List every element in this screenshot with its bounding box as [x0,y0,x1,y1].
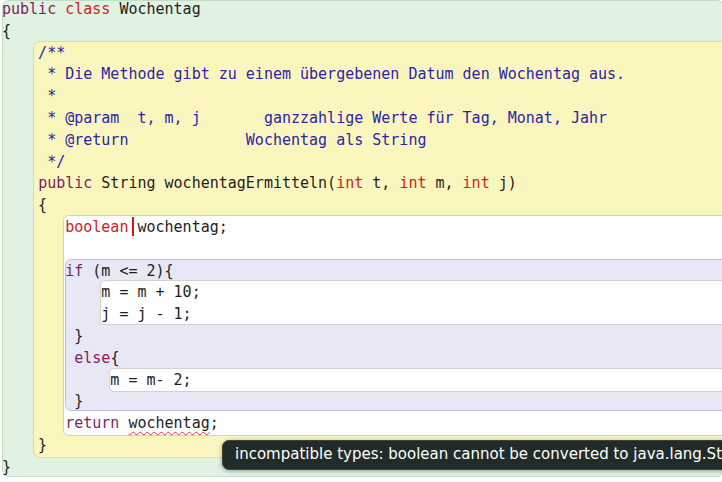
code-token: { [2,196,47,214]
code-token: m = m- 2; [2,371,192,389]
code-line[interactable]: * @return Wochentag als String [2,130,625,152]
code-line[interactable]: m = m- 2; [2,370,625,392]
code-token: int [463,174,490,192]
code-token: ; [210,414,219,432]
code-line[interactable]: return wochentag; [2,413,625,435]
code-token: } [2,327,83,345]
code-line[interactable]: * [2,86,625,108]
code-line[interactable]: public class Wochentag [2,0,625,21]
code-token: String wochentagErmitteln( [92,174,336,192]
code-token: { [110,349,119,367]
code-token: (m <= 2){ [83,262,173,280]
code-token: */ [2,153,65,171]
code-token: public [2,0,65,18]
code-line[interactable]: j = j - 1; [2,304,625,326]
code-line[interactable]: m = m + 10; [2,282,625,304]
code-token: m = m + 10; [2,283,201,301]
code-token: * @return Wochentag als String [2,131,426,149]
code-token: m, [426,174,462,192]
code-token: * @param t, m, j ganzzahlige Werte für T… [2,109,607,127]
code-area[interactable]: public class Wochentag{ /** * Die Method… [2,0,625,479]
code-line[interactable]: { [2,21,625,43]
code-token: if [65,262,83,280]
code-token [2,262,65,280]
code-token: wochentag [128,414,209,432]
code-token: * Die Methode gibt zu einem übergebenen … [2,65,625,83]
code-token: wochentag; [128,218,227,236]
code-token: } [2,458,11,476]
code-token [2,349,74,367]
code-line[interactable]: * Die Methode gibt zu einem übergebenen … [2,64,625,86]
code-line[interactable]: */ [2,152,625,174]
code-line[interactable]: /** [2,43,625,65]
code-token: class [65,0,110,18]
text-caret [132,217,134,236]
code-token: { [2,22,11,40]
code-line[interactable]: public String wochentagErmitteln(int t, … [2,173,625,195]
code-token: j) [490,174,517,192]
code-line[interactable]: if (m <= 2){ [2,261,625,283]
code-token: } [2,436,47,454]
code-line[interactable]: { [2,195,625,217]
code-token [2,414,65,432]
code-editor: public class Wochentag{ /** * Die Method… [0,0,722,482]
code-token: * [2,87,56,105]
code-line[interactable]: boolean wochentag; [2,217,625,239]
code-line[interactable]: * @param t, m, j ganzzahlige Werte für T… [2,108,625,130]
code-token: boolean [65,218,128,236]
code-token: /** [2,44,65,62]
code-token: t, [363,174,399,192]
code-token: return [65,414,119,432]
code-line[interactable]: } [2,391,625,413]
code-line[interactable]: else{ [2,348,625,370]
code-line[interactable] [2,239,625,261]
code-token: public [38,174,92,192]
code-token: else [74,349,110,367]
code-token [2,174,38,192]
code-token: } [2,392,83,410]
code-token: Wochentag [110,0,200,18]
code-token: int [336,174,363,192]
code-line[interactable]: } [2,326,625,348]
error-tooltip: incompatible types: boolean cannot be co… [222,440,722,470]
code-token [2,218,65,236]
code-token: j = j - 1; [2,305,192,323]
code-token: int [399,174,426,192]
